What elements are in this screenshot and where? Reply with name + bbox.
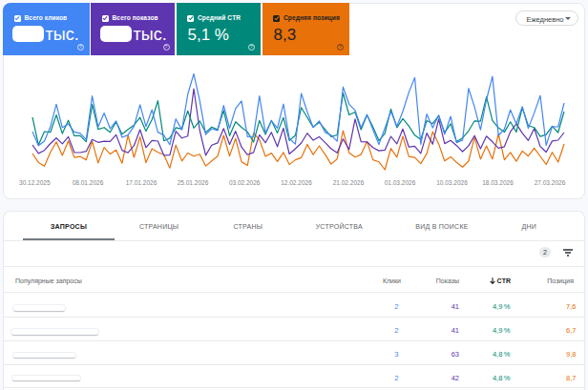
svg-text:10.03.2026: 10.03.2026 [436,179,468,186]
svg-text:08.01.2026: 08.01.2026 [73,179,104,186]
svg-text:03.02.2026: 03.02.2026 [229,179,261,186]
svg-text:01.03.2026: 01.03.2026 [385,179,416,186]
svg-text:27.03.2026: 27.03.2026 [535,179,566,186]
svg-text:21.02.2026: 21.02.2026 [333,179,365,186]
svg-text:12.02.2026: 12.02.2026 [281,179,312,186]
svg-text:17.01.2026: 17.01.2026 [126,179,158,186]
svg-text:18.03.2026: 18.03.2026 [482,179,514,186]
svg-text:25.01.2026: 25.01.2026 [178,179,209,186]
svg-text:30.12.2025: 30.12.2025 [19,179,51,186]
